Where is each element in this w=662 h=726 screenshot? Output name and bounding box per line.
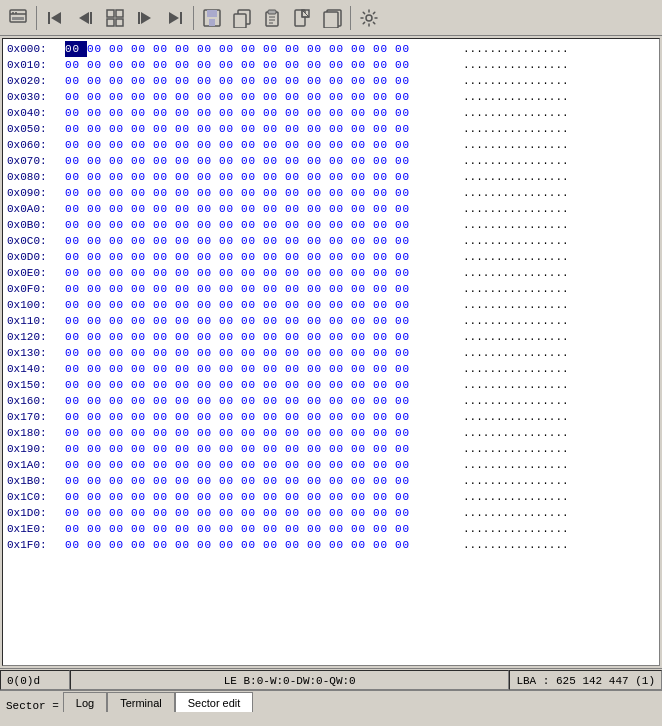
hex-byte[interactable]: 00 xyxy=(175,249,197,265)
hex-byte[interactable]: 00 xyxy=(307,489,329,505)
hex-byte[interactable]: 00 xyxy=(65,361,87,377)
hex-byte[interactable]: 00 xyxy=(109,217,131,233)
hex-byte[interactable]: 00 xyxy=(219,377,241,393)
hex-byte[interactable]: 00 xyxy=(109,313,131,329)
hex-byte[interactable]: 00 xyxy=(65,409,87,425)
hex-byte[interactable]: 00 xyxy=(285,361,307,377)
hex-byte[interactable]: 00 xyxy=(175,137,197,153)
hex-byte[interactable]: 00 xyxy=(351,265,373,281)
hex-byte[interactable]: 00 xyxy=(329,57,351,73)
hex-byte[interactable]: 00 xyxy=(87,217,109,233)
hex-byte[interactable]: 00 xyxy=(153,393,175,409)
hex-byte[interactable]: 00 xyxy=(351,121,373,137)
hex-byte[interactable]: 00 xyxy=(65,249,87,265)
hex-byte[interactable]: 00 xyxy=(395,441,417,457)
hex-byte[interactable]: 00 xyxy=(219,249,241,265)
hex-byte[interactable]: 00 xyxy=(329,361,351,377)
hex-byte[interactable]: 00 xyxy=(197,233,219,249)
hex-byte[interactable]: 00 xyxy=(395,425,417,441)
hex-byte[interactable]: 00 xyxy=(65,281,87,297)
hex-byte[interactable]: 00 xyxy=(329,249,351,265)
hex-byte[interactable]: 00 xyxy=(197,185,219,201)
hex-byte[interactable]: 00 xyxy=(109,89,131,105)
hex-byte[interactable]: 00 xyxy=(329,281,351,297)
hex-byte[interactable]: 00 xyxy=(219,57,241,73)
hex-byte[interactable]: 00 xyxy=(307,521,329,537)
hex-byte[interactable]: 00 xyxy=(285,489,307,505)
hex-byte[interactable]: 00 xyxy=(131,521,153,537)
hex-byte[interactable]: 00 xyxy=(241,297,263,313)
hex-byte[interactable]: 00 xyxy=(285,153,307,169)
hex-byte[interactable]: 00 xyxy=(395,393,417,409)
hex-byte[interactable]: 00 xyxy=(87,521,109,537)
tab-terminal[interactable]: Terminal xyxy=(107,692,175,712)
hex-byte[interactable]: 00 xyxy=(285,201,307,217)
row-bytes[interactable]: 00000000000000000000000000000000 xyxy=(65,489,455,505)
hex-byte[interactable]: 00 xyxy=(263,153,285,169)
hex-byte[interactable]: 00 xyxy=(87,233,109,249)
hex-byte[interactable]: 00 xyxy=(65,521,87,537)
hex-byte[interactable]: 00 xyxy=(329,425,351,441)
hex-byte[interactable]: 00 xyxy=(197,537,219,553)
hex-byte[interactable]: 00 xyxy=(329,441,351,457)
hex-byte[interactable]: 00 xyxy=(153,489,175,505)
hex-byte[interactable]: 00 xyxy=(241,57,263,73)
hex-byte[interactable]: 00 xyxy=(109,441,131,457)
hex-byte[interactable]: 00 xyxy=(219,89,241,105)
hex-byte[interactable]: 00 xyxy=(87,441,109,457)
hex-byte[interactable]: 00 xyxy=(285,473,307,489)
hex-byte[interactable]: 00 xyxy=(373,489,395,505)
hex-byte[interactable]: 00 xyxy=(65,201,87,217)
hex-byte[interactable]: 00 xyxy=(373,377,395,393)
hex-byte[interactable]: 00 xyxy=(241,217,263,233)
hex-byte[interactable]: 00 xyxy=(87,41,109,57)
hex-byte[interactable]: 00 xyxy=(351,41,373,57)
hex-byte[interactable]: 00 xyxy=(219,345,241,361)
row-bytes[interactable]: 00000000000000000000000000000000 xyxy=(65,185,455,201)
hex-byte[interactable]: 00 xyxy=(241,425,263,441)
hex-byte[interactable]: 00 xyxy=(373,137,395,153)
hex-byte[interactable]: 00 xyxy=(373,121,395,137)
hex-byte[interactable]: 00 xyxy=(373,361,395,377)
hex-byte[interactable]: 00 xyxy=(109,105,131,121)
hex-byte[interactable]: 00 xyxy=(329,41,351,57)
hex-byte[interactable]: 00 xyxy=(109,297,131,313)
hex-byte[interactable]: 00 xyxy=(153,73,175,89)
hex-byte[interactable]: 00 xyxy=(219,409,241,425)
hex-byte[interactable]: 00 xyxy=(131,89,153,105)
hex-byte[interactable]: 00 xyxy=(285,185,307,201)
hex-byte[interactable]: 00 xyxy=(175,297,197,313)
hex-byte[interactable]: 00 xyxy=(197,441,219,457)
hex-byte[interactable]: 00 xyxy=(109,345,131,361)
hex-byte[interactable]: 00 xyxy=(241,377,263,393)
hex-byte[interactable]: 00 xyxy=(131,249,153,265)
hex-byte[interactable]: 00 xyxy=(395,169,417,185)
hex-byte[interactable]: 00 xyxy=(87,361,109,377)
hex-byte[interactable]: 00 xyxy=(87,345,109,361)
hex-byte[interactable]: 00 xyxy=(307,57,329,73)
hex-byte[interactable]: 00 xyxy=(109,185,131,201)
hex-byte[interactable]: 00 xyxy=(373,521,395,537)
hex-byte[interactable]: 00 xyxy=(175,489,197,505)
hex-byte[interactable]: 00 xyxy=(109,201,131,217)
hex-byte[interactable]: 00 xyxy=(395,297,417,313)
hex-byte[interactable]: 00 xyxy=(329,265,351,281)
hex-byte[interactable]: 00 xyxy=(351,185,373,201)
hex-byte[interactable]: 00 xyxy=(87,137,109,153)
hex-byte[interactable]: 00 xyxy=(109,505,131,521)
hex-byte[interactable]: 00 xyxy=(307,249,329,265)
hex-byte[interactable]: 00 xyxy=(197,393,219,409)
hex-byte[interactable]: 00 xyxy=(87,297,109,313)
hex-byte[interactable]: 00 xyxy=(373,185,395,201)
hex-byte[interactable]: 00 xyxy=(241,153,263,169)
hex-byte[interactable]: 00 xyxy=(175,217,197,233)
hex-byte[interactable]: 00 xyxy=(395,537,417,553)
hex-byte[interactable]: 00 xyxy=(65,345,87,361)
hex-byte[interactable]: 00 xyxy=(241,329,263,345)
hex-byte[interactable]: 00 xyxy=(241,233,263,249)
hex-byte[interactable]: 00 xyxy=(241,345,263,361)
hex-byte[interactable]: 00 xyxy=(263,393,285,409)
hex-byte[interactable]: 00 xyxy=(285,169,307,185)
row-bytes[interactable]: 00000000000000000000000000000000 xyxy=(65,41,455,57)
hex-byte[interactable]: 00 xyxy=(285,521,307,537)
